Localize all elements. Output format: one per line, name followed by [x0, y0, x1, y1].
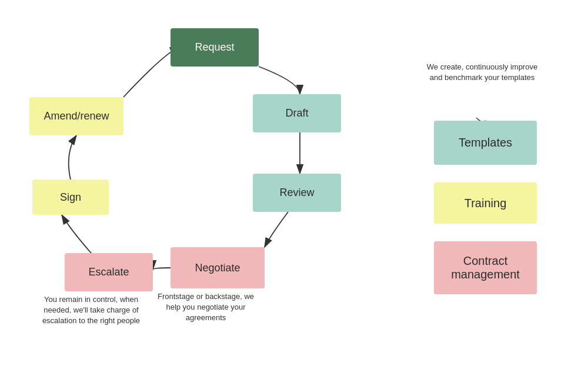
- stage-amend: Amend/renew: [29, 97, 123, 135]
- legend-contract: Contract management: [434, 241, 537, 294]
- legend-training: Training: [434, 182, 537, 224]
- stage-request: Request: [171, 28, 259, 67]
- legend-templates: Templates: [434, 121, 537, 165]
- stage-sign: Sign: [32, 180, 109, 215]
- annotation-templates: We create, continuously improve and benc…: [423, 62, 541, 83]
- stage-negotiate: Negotiate: [171, 247, 265, 288]
- annotation-negotiate: Frontstage or backstage, we help you neg…: [150, 291, 262, 324]
- stage-escalate: Escalate: [65, 253, 153, 291]
- stage-draft: Draft: [253, 94, 341, 132]
- diagram-container: Request Draft Review Negotiate Escalate …: [0, 0, 588, 372]
- annotation-escalate: You remain in control, when needed, we'l…: [32, 294, 150, 327]
- stage-review: Review: [253, 174, 341, 212]
